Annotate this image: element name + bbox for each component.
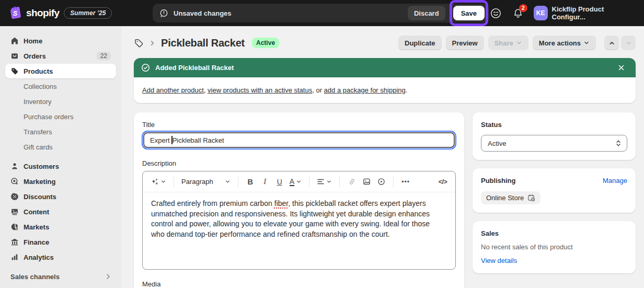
alert-circle-icon [159,9,168,18]
insert-link-button[interactable] [346,175,358,189]
select-updown-icon [615,140,622,147]
sidekick-icon[interactable] [489,6,503,20]
more-actions-label: More actions [539,39,581,47]
online-store-chip[interactable]: Online Store [481,191,540,204]
analytics-icon [10,253,19,261]
discard-button[interactable]: Discard [408,6,445,20]
banner-body: Add another product, view products with … [134,77,636,103]
sidebar-item-collections[interactable]: Collections [5,79,116,94]
title-label: Title [142,121,456,129]
chevron-up-icon [608,40,615,47]
chevron-down-icon [625,40,632,47]
bold-button[interactable]: B [244,175,257,189]
breadcrumb-chevron-icon [149,40,156,47]
view-details-link[interactable]: View details [481,257,517,264]
share-button[interactable]: Share [488,36,528,50]
save-button[interactable]: Save [453,6,485,20]
banner-separator: , [204,86,208,94]
add-another-product-link[interactable]: Add another product [142,86,204,94]
align-left-icon [317,178,325,186]
duplicate-button[interactable]: Duplicate [398,36,442,50]
sidebar-item-markets[interactable]: $ Markets [5,220,116,234]
ai-magic-button[interactable] [149,175,168,189]
description-text: Crafted entirely from premium carbon fib… [151,199,444,239]
sidebar-item-customers[interactable]: Customers [5,159,116,174]
sidebar-item-content[interactable]: Content [5,204,116,219]
add-shipping-package-link[interactable]: add a package for shipping [324,86,406,94]
content-icon [10,208,19,216]
sidebar-item-orders[interactable]: Orders 22 [5,49,116,63]
shopify-logo-icon: S [8,6,21,20]
edition-badge[interactable]: Summer ’25 [64,7,112,19]
description-label: Description [142,159,456,167]
sidebar-item-inventory[interactable]: Inventory [5,94,116,109]
underline-button[interactable]: U [273,175,286,189]
preview-button[interactable]: Preview [446,36,484,50]
alignment-button[interactable] [315,175,334,189]
banner-separator: . [406,86,408,94]
notification-bell-icon[interactable]: 2 [511,6,525,20]
text-color-glyph: A [290,178,294,186]
more-actions-button[interactable]: More actions [533,36,596,50]
sidebar-item-label: Marketing [24,178,55,186]
sales-channels-toggle[interactable]: Sales channels [5,265,116,288]
insert-image-button[interactable] [360,175,373,189]
sidebar-item-discounts[interactable]: Discounts [5,189,116,204]
sidebar-item-purchase-orders[interactable]: Purchase orders [5,109,116,124]
sidebar-item-products[interactable]: Products [5,64,116,78]
tag-icon [10,67,19,75]
sidebar-item-analytics[interactable]: Analytics [5,250,116,264]
image-icon [363,178,371,186]
status-badge: Active [252,38,279,48]
sales-empty-text: No recent sales of this product [481,243,627,251]
sidebar-item-label: Home [24,37,42,45]
sidebar-item-finance[interactable]: Finance [5,235,116,249]
sidebar-item-home[interactable]: Home [5,33,116,48]
status-select[interactable]: Active [481,135,627,152]
more-formatting-button[interactable]: ••• [399,175,412,189]
chevron-down-icon [516,40,522,46]
title-input[interactable]: Expert Pickleball Racket [143,132,455,148]
sidebar-item-label: Content [24,208,49,216]
sidebar-item-marketing[interactable]: Marketing [5,174,116,189]
sidebar-item-transfers[interactable]: Transfers [5,124,116,139]
home-icon [10,37,19,45]
shopify-brand[interactable]: S shopify Summer ’25 [0,6,153,20]
previous-product-button[interactable] [604,36,619,50]
sidebar: Home Orders 22 Products Collections Inve… [0,26,121,288]
notification-count-badge: 2 [519,4,527,12]
svg-text:$: $ [16,227,18,231]
view-active-products-link[interactable]: view products with an active status [208,86,312,94]
italic-button[interactable]: I [259,175,271,189]
sidebar-item-label: Products [24,67,53,75]
chevron-down-icon [160,179,166,185]
right-rail: Status Active Publishing Manage Online S… [473,112,636,282]
account-menu[interactable]: KE Kickflip Product Configur... [534,5,636,21]
next-product-button[interactable] [621,36,636,50]
title-value-after-caret: Pickleball Racket [172,136,224,144]
banner-separator: , or [312,86,324,94]
manage-publishing-link[interactable]: Manage [603,177,627,185]
sales-card-title: Sales [481,229,627,237]
text-color-button[interactable]: A [288,175,303,189]
product-tag-icon[interactable] [134,38,144,48]
main-content: Pickleball Racket Active Duplicate Previ… [121,26,644,288]
chevron-down-icon [296,179,302,185]
close-icon[interactable] [614,61,628,75]
description-editor-body[interactable]: Crafted entirely from premium carbon fib… [143,192,455,269]
chevron-right-icon [105,273,112,280]
chevron-down-icon [326,179,332,185]
title-value-before-caret: Expert [150,136,171,144]
marketing-icon [10,177,19,186]
account-name: Kickflip Product Configur... [552,5,636,21]
show-html-button[interactable]: </> [436,175,449,189]
media-label: Media [142,280,456,288]
insert-video-button[interactable] [375,175,387,189]
publishing-card: Publishing Manage Online Store [473,168,636,213]
sales-card: Sales No recent sales of this product Vi… [473,221,636,273]
share-label: Share [494,39,513,47]
paragraph-style-dropdown[interactable]: Paragraph [180,175,232,189]
chevron-down-icon [225,179,231,185]
status-select-value: Active [488,140,506,147]
sidebar-item-gift-cards[interactable]: Gift cards [5,140,116,154]
